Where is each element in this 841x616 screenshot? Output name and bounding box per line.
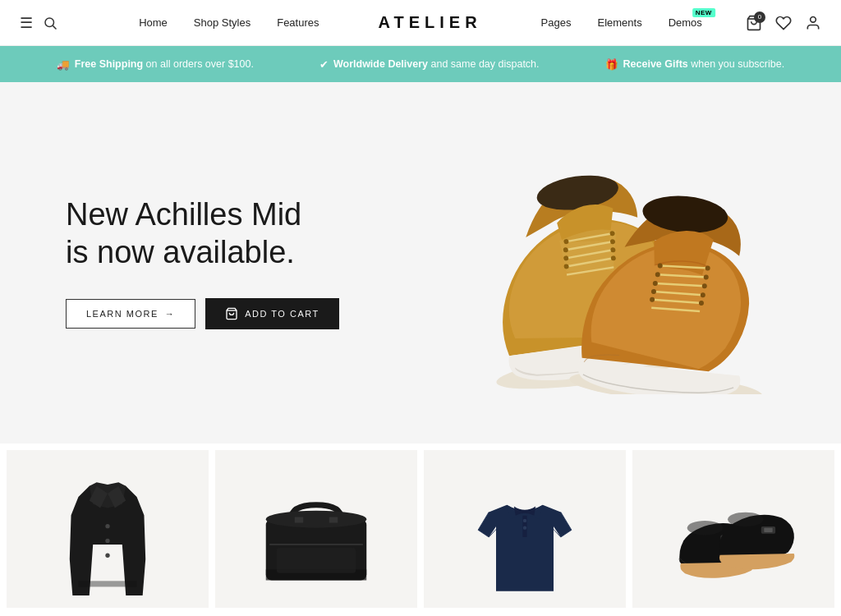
cart-wrapper: 0 — [746, 15, 762, 31]
svg-rect-47 — [295, 517, 304, 523]
svg-point-0 — [45, 18, 54, 27]
cart-count: 0 — [754, 11, 765, 23]
category-outerwear[interactable]: SHOP OUTERWEAR — [7, 450, 209, 616]
nav-link-home[interactable]: Home — [139, 16, 168, 29]
nav-link-features[interactable]: Features — [277, 16, 319, 29]
nav-link-shop-styles[interactable]: Shop Styles — [194, 16, 250, 29]
search-icon — [43, 16, 57, 30]
nav-link-pages[interactable]: Pages — [541, 16, 572, 29]
nav-link-demos[interactable]: Demos NEW — [669, 16, 702, 29]
svg-point-52 — [687, 521, 723, 535]
hero-image — [420, 115, 775, 411]
svg-point-55 — [728, 513, 763, 526]
learn-more-button[interactable]: LEARN MORE → — [66, 299, 195, 329]
hero-section: New Achilles Mid is now available. LEARN… — [0, 82, 841, 444]
svg-rect-48 — [329, 517, 338, 523]
svg-point-39 — [105, 539, 109, 543]
banner-shipping: 🚚 Free Shipping on all orders over $100. — [57, 58, 254, 71]
svg-point-51 — [523, 526, 526, 529]
accessories-label: SHOP ACCESSORIES — [215, 608, 417, 616]
hero-buttons: LEARN MORE → ADD TO CART — [66, 298, 420, 329]
footwear-visual — [632, 450, 834, 608]
hero-text: New Achilles Mid is now available. LEARN… — [66, 196, 420, 329]
main-nav: ☰ Home Shop Styles Features ATELIER Page… — [0, 0, 841, 46]
search-button[interactable] — [43, 16, 57, 30]
svg-point-50 — [523, 519, 526, 522]
shirt-svg — [467, 476, 582, 599]
heart-icon — [775, 15, 792, 31]
category-shirting[interactable]: SHOP SHIRTING — [424, 450, 626, 616]
banner-delivery: ✔ Worldwide Delivery and same day dispat… — [319, 58, 540, 71]
outerwear-visual — [7, 450, 209, 608]
nav-center-links: Home Shop Styles Features ATELIER Pages … — [139, 13, 702, 32]
nav-right: 0 — [746, 15, 821, 31]
shipping-icon: 🚚 — [57, 58, 70, 71]
cart-btn-icon — [225, 307, 238, 320]
category-footwear[interactable]: SHOP FOOTWEAR — [632, 450, 834, 616]
gift-icon: 🎁 — [605, 58, 618, 71]
svg-rect-41 — [78, 581, 136, 586]
svg-point-40 — [105, 554, 109, 558]
account-icon — [805, 15, 821, 31]
banner-gifts: 🎁 Receive Gifts when you subscribe. — [605, 58, 785, 71]
category-accessories[interactable]: SHOP ACCESSORIES — [215, 450, 417, 616]
outerwear-label: SHOP OUTERWEAR — [7, 608, 209, 616]
nav-link-elements[interactable]: Elements — [597, 16, 641, 29]
svg-line-1 — [53, 25, 56, 29]
brand-logo: ATELIER — [346, 13, 515, 32]
svg-rect-46 — [277, 548, 356, 573]
accessories-visual — [215, 450, 417, 608]
bag-svg — [250, 480, 382, 595]
promo-banner: 🚚 Free Shipping on all orders over $100.… — [0, 46, 841, 82]
add-to-cart-button[interactable]: ADD TO CART — [205, 298, 338, 329]
svg-point-43 — [266, 511, 367, 528]
menu-icon: ☰ — [20, 14, 33, 32]
arrow-icon: → — [165, 309, 176, 319]
footwear-svg — [668, 484, 799, 591]
hero-title: New Achilles Mid is now available. — [66, 196, 420, 271]
svg-rect-57 — [764, 528, 772, 532]
account-button[interactable] — [805, 15, 821, 31]
shirting-visual — [424, 450, 626, 608]
svg-point-38 — [105, 524, 109, 528]
footwear-label: SHOP FOOTWEAR — [632, 608, 834, 616]
coat-svg — [50, 471, 165, 603]
sneaker-illustration — [425, 131, 770, 394]
nav-left: ☰ — [20, 14, 57, 32]
shirting-label: SHOP SHIRTING — [424, 608, 626, 616]
svg-point-3 — [811, 16, 816, 22]
menu-button[interactable]: ☰ — [20, 14, 33, 32]
delivery-icon: ✔ — [319, 58, 329, 71]
wishlist-button[interactable] — [775, 15, 792, 31]
category-grid: SHOP OUTERWEAR SHO — [0, 444, 841, 616]
new-badge: NEW — [692, 8, 715, 17]
